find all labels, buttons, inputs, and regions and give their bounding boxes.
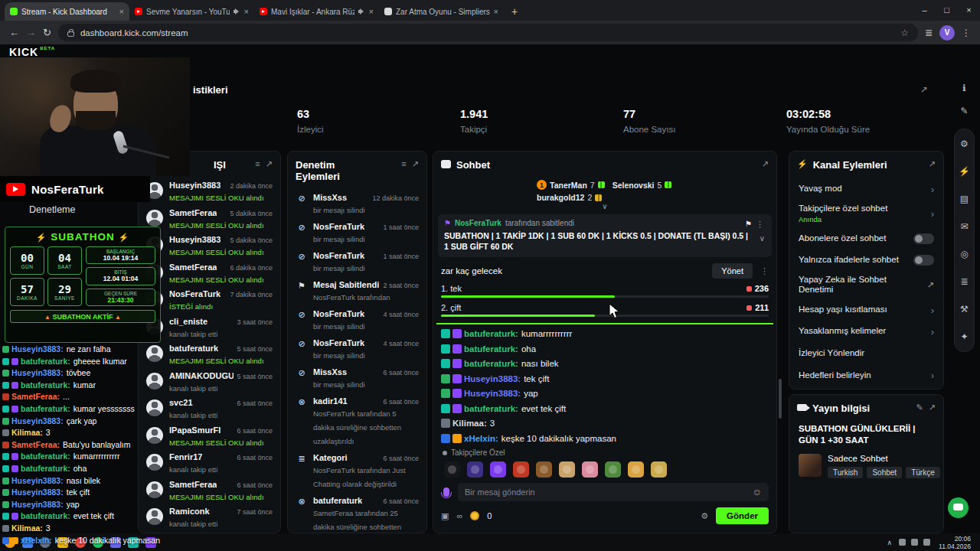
chat-message[interactable]: xHelxinkeşke 10 dakikalık yapmasan: [441, 432, 769, 447]
emote[interactable]: [536, 461, 552, 478]
tag[interactable]: Türkçe: [906, 467, 940, 478]
collapse-chevron-icon[interactable]: ∨: [433, 202, 776, 212]
chat-input[interactable]: Bir mesaj gönderin ☺: [458, 483, 769, 501]
emoji-icon[interactable]: ☺: [753, 487, 762, 497]
expand-icon[interactable]: ↗: [929, 403, 936, 412]
taskbar-clock[interactable]: 20:06 11.04.2026: [937, 535, 975, 550]
url-field[interactable]: dashboard.kick.com/stream ☆: [58, 24, 918, 41]
tab-close-icon[interactable]: ×: [494, 7, 498, 16]
emote[interactable]: [467, 461, 483, 478]
expand-icon[interactable]: ↗: [929, 159, 936, 169]
list-icon[interactable]: ≣: [960, 276, 968, 287]
chat-message[interactable]: Huseyin3883yap: [441, 386, 769, 402]
gear-icon[interactable]: ⚙: [960, 139, 969, 149]
tab-kick-dashboard[interactable]: Stream - Kick Dashboard ×: [5, 2, 129, 21]
moderation-row[interactable]: ⊘ NosFeraTurk 1 saat önce bir mesajı sil…: [288, 219, 426, 248]
extensions-icon[interactable]: ≣: [925, 28, 933, 38]
card-icon[interactable]: ▤: [960, 194, 969, 204]
back-icon[interactable]: ←: [9, 27, 19, 38]
poll-manage-button[interactable]: Yönet: [712, 263, 753, 279]
moderation-row[interactable]: ⊘ NosFeraTurk 4 saat önce bir mesajı sil…: [288, 335, 426, 364]
toggle-switch[interactable]: [913, 233, 934, 244]
gifter-chip[interactable]: burakgold12 2: [537, 193, 602, 202]
send-button[interactable]: Gönder: [716, 507, 769, 524]
expand-icon[interactable]: ↗: [266, 159, 273, 169]
gifter-chip[interactable]: 1 TanerMan 7: [537, 180, 605, 190]
tab-close-icon[interactable]: ×: [369, 7, 374, 16]
speaker-icon[interactable]: [234, 8, 240, 15]
channel-action-row[interactable]: Abonelere özel sohbet › ↗: [789, 228, 943, 250]
emote[interactable]: [628, 461, 644, 478]
channel-action-row[interactable]: Takipçilere özel sohbet Anında › ↗: [789, 201, 943, 228]
moderation-row[interactable]: ⊘ NosFeraTurk 1 saat önce bir mesajı sil…: [288, 248, 426, 277]
category-thumbnail[interactable]: [799, 454, 822, 477]
channel-action-row[interactable]: Yalnızca ifadelerle sohbet › ↗: [789, 249, 943, 272]
channel-action-row[interactable]: Yasaklanmış kelimeler › ↗: [789, 321, 943, 343]
bolt-icon[interactable]: ⚡: [959, 166, 970, 177]
sidebar-item-denetleme[interactable]: Denetleme: [29, 204, 75, 215]
chat-message[interactable]: Kilimaa3: [441, 416, 769, 432]
wrench-icon[interactable]: ⚒: [960, 304, 969, 315]
info-icon[interactable]: ℹ: [962, 83, 966, 93]
tab-zar-atma[interactable]: Zar Atma Oyunu - Simpliers ×: [379, 2, 504, 21]
poll-option[interactable]: 2. çift 211: [441, 303, 769, 317]
emote[interactable]: [651, 461, 667, 478]
tag[interactable]: Turkish: [828, 467, 863, 478]
chat-message[interactable]: batuferaturkkumarrrrrrrrrr: [441, 327, 769, 342]
pin-icon[interactable]: ⚑: [745, 220, 752, 228]
tag[interactable]: Sohbet: [867, 467, 902, 478]
open-external-icon[interactable]: ↗: [927, 280, 934, 290]
chat-username[interactable]: xHelxin: [464, 434, 498, 443]
channel-action-row[interactable]: İzleyici Yönlendir › ↗: [789, 343, 943, 365]
clip-icon[interactable]: ▣: [441, 511, 449, 521]
new-tab-button[interactable]: +: [511, 5, 518, 18]
moderation-row[interactable]: ⊘ MissXss 6 saat önce bir mesajı silindi: [288, 364, 426, 393]
section-expand-icon[interactable]: ↗: [920, 84, 928, 95]
expand-icon[interactable]: ↗: [762, 159, 769, 169]
pinned-collapse-icon[interactable]: ∨: [760, 234, 765, 243]
kick-logo[interactable]: KICKBETA: [9, 46, 55, 58]
chat-username[interactable]: Kilimaa: [452, 419, 487, 428]
chat-username[interactable]: Huseyin3883: [464, 374, 521, 383]
toggle-switch[interactable]: [913, 255, 934, 266]
close-button[interactable]: ×: [958, 5, 980, 15]
chat-username[interactable]: batuferaturk: [464, 344, 518, 354]
browser-menu-icon[interactable]: ⋮: [962, 28, 971, 38]
forward-icon[interactable]: →: [26, 27, 36, 38]
volume-icon[interactable]: [899, 539, 906, 546]
maximize-button[interactable]: □: [936, 5, 958, 15]
emote[interactable]: [513, 461, 529, 478]
chat-message[interactable]: Huseyin3883tek çift: [441, 372, 769, 387]
tab-youtube-2[interactable]: Mavi Işıklar - Ankara Rüzgar (1 ×: [254, 2, 379, 21]
tab-close-icon[interactable]: ×: [244, 7, 249, 16]
profile-avatar[interactable]: V: [939, 25, 955, 41]
minimize-button[interactable]: –: [913, 5, 936, 15]
edit-icon[interactable]: ✎: [916, 403, 923, 412]
chat-username[interactable]: Huseyin3883: [464, 389, 521, 398]
channel-action-row[interactable]: Yapay Zeka ile Sohbet Denetimi › ↗: [789, 272, 943, 299]
moderation-row[interactable]: ⊘ NosFeraTurk 4 saat önce bir mesajı sil…: [288, 306, 426, 335]
speaker-icon[interactable]: [358, 8, 365, 15]
moderation-row[interactable]: ⊘ MissXss 12 dakika önce bir mesajı sili…: [288, 190, 426, 219]
activity-row[interactable]: Huseyin3883 2 dakika önce MESAJIMI SESLİ…: [139, 178, 280, 206]
moderation-row[interactable]: ⊗ batuferaturk 6 saat önce SametFeraa ta…: [288, 493, 426, 533]
mic-icon[interactable]: [443, 487, 449, 497]
chat-message[interactable]: batuferaturkevet tek çift: [441, 402, 769, 417]
gifter-chip[interactable]: Selenovski 5: [612, 180, 672, 190]
chat-scrollbar[interactable]: [779, 379, 782, 419]
edit-icon[interactable]: ✎: [960, 106, 968, 116]
moderation-row[interactable]: ≣ Kategori 6 saat önce NosFeraTurk taraf…: [288, 450, 426, 493]
filter-icon[interactable]: ≡: [255, 159, 260, 168]
chat-username[interactable]: batuferaturk: [464, 404, 518, 413]
chat-username[interactable]: batuferaturk: [464, 329, 518, 338]
poll-option[interactable]: 1. tek 236: [441, 284, 769, 298]
poll-menu-icon[interactable]: ⋮: [760, 266, 769, 276]
chat-message[interactable]: batuferaturkoha: [441, 342, 769, 357]
chat-icon[interactable]: ✉: [960, 221, 968, 232]
emote[interactable]: [605, 461, 621, 478]
moderation-row[interactable]: ⚑ Mesaj Sabitlendi 2 saat önce NosFeraTu…: [288, 277, 426, 306]
channel-action-row[interactable]: Hesap yaşı kısıtlaması › ↗: [789, 299, 943, 321]
target-icon[interactable]: ◎: [960, 249, 968, 259]
tab-close-icon[interactable]: ×: [119, 7, 124, 16]
expand-icon[interactable]: ↗: [412, 159, 419, 169]
